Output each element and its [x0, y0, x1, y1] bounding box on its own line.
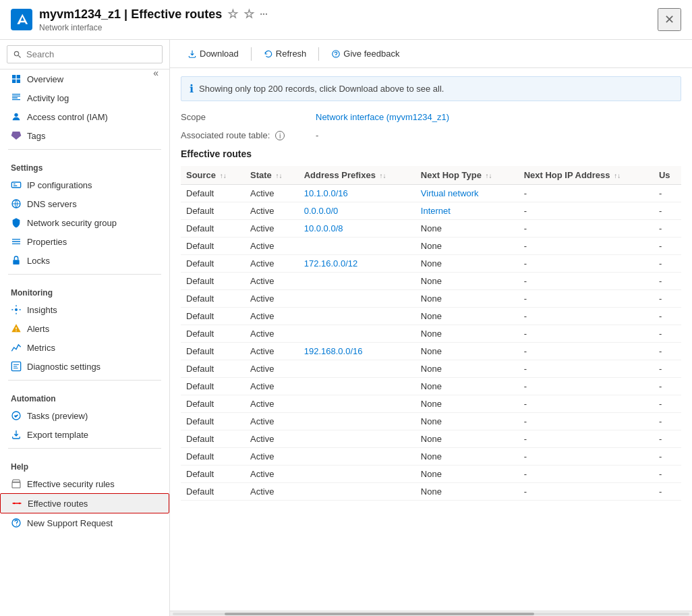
- sidebar-item-activity-log[interactable]: Activity log: [0, 88, 169, 107]
- cell-hop-type[interactable]: Internet: [415, 202, 519, 220]
- locks-icon: [11, 255, 22, 266]
- divider-automation: [8, 380, 161, 381]
- star-icon2[interactable]: ☆: [243, 7, 254, 22]
- sidebar-item-nsg[interactable]: Network security group: [0, 213, 169, 232]
- cell-state: Active: [245, 413, 299, 430]
- sidebar-item-eff-routes[interactable]: Effective routes: [0, 493, 169, 513]
- sidebar-item-access-control[interactable]: Access control (IAM): [0, 107, 169, 126]
- route-table-label-text: Associated route table:: [181, 130, 270, 140]
- col-hop-ip[interactable]: Next Hop IP Address ↑↓: [519, 166, 654, 185]
- col-us[interactable]: Us: [654, 166, 681, 185]
- sidebar-label-activity-log: Activity log: [27, 93, 69, 103]
- col-state[interactable]: State ↑↓: [245, 166, 299, 185]
- cell-address[interactable]: 0.0.0.0/0: [299, 202, 415, 220]
- sidebar-label-metrics: Metrics: [27, 343, 55, 353]
- table-row: Default Active None - -: [181, 466, 681, 483]
- scope-value[interactable]: Network interface (myvm1234_z1): [316, 112, 449, 122]
- cell-hop-type: None: [415, 237, 519, 255]
- table-row: Default Active 192.168.0.0/16 None - -: [181, 343, 681, 360]
- download-button[interactable]: Download: [181, 45, 246, 62]
- cell-address: [299, 308, 415, 325]
- svg-rect-1: [17, 75, 20, 78]
- eff-routes-icon: [11, 498, 22, 509]
- cell-hop-ip: -: [519, 273, 654, 290]
- cell-source: Default: [181, 378, 245, 395]
- scope-row: Scope Network interface (myvm1234_z1): [181, 112, 681, 122]
- star-icon1[interactable]: ☆: [227, 7, 238, 22]
- svg-rect-0: [12, 75, 16, 78]
- cell-address[interactable]: 172.16.0.0/12: [299, 255, 415, 273]
- sidebar-item-metrics[interactable]: Metrics: [0, 338, 169, 357]
- cell-source: Default: [181, 483, 245, 501]
- collapse-button[interactable]: «: [149, 63, 163, 82]
- cell-hop-type: None: [415, 220, 519, 237]
- sidebar-item-diag[interactable]: Diagnostic settings: [0, 357, 169, 376]
- table-row: Default Active None - -: [181, 430, 681, 448]
- sidebar-item-overview[interactable]: Overview: [0, 69, 149, 88]
- download-icon: [188, 49, 197, 59]
- diag-icon: [11, 361, 22, 372]
- cell-us: -: [654, 360, 681, 378]
- cell-state: Active: [245, 185, 299, 202]
- sidebar-label-dns: DNS servers: [27, 199, 77, 209]
- cell-address: [299, 413, 415, 430]
- effective-routes-title: Effective routes: [181, 148, 681, 159]
- search-input[interactable]: [7, 45, 163, 63]
- more-icon[interactable]: ···: [260, 9, 268, 20]
- cell-hop-type: None: [415, 378, 519, 395]
- table-row: Default Active 10.1.0.0/16 Virtual netwo…: [181, 185, 681, 202]
- cell-hop-ip: -: [519, 378, 654, 395]
- cell-hop-type[interactable]: Virtual network: [415, 185, 519, 202]
- content-panel: Download Refresh Give feedback ℹ Showing…: [170, 40, 692, 616]
- sidebar-item-tags[interactable]: Tags: [0, 126, 169, 145]
- sidebar-item-tasks[interactable]: Tasks (preview): [0, 406, 169, 425]
- cell-hop-ip: -: [519, 413, 654, 430]
- properties-icon: [11, 236, 22, 247]
- sidebar-item-export[interactable]: Export template: [0, 425, 169, 444]
- col-source[interactable]: Source ↑↓: [181, 166, 245, 185]
- routes-table: Source ↑↓ State ↑↓ Address Prefixes ↑↓ N…: [181, 166, 681, 501]
- cell-us: -: [654, 413, 681, 430]
- sidebar-item-locks[interactable]: Locks: [0, 251, 169, 270]
- table-row: Default Active None - -: [181, 360, 681, 378]
- cell-us: -: [654, 395, 681, 413]
- cell-source: Default: [181, 466, 245, 483]
- sidebar-item-eff-security[interactable]: Effective security rules: [0, 474, 169, 493]
- sidebar-item-support[interactable]: New Support Request: [0, 513, 169, 532]
- close-button[interactable]: ✕: [658, 8, 681, 31]
- sidebar-label-tags: Tags: [27, 131, 45, 141]
- col-address[interactable]: Address Prefixes ↑↓: [299, 166, 415, 185]
- info-circle-icon: i: [275, 131, 285, 140]
- header-subtitle: Network interface: [39, 23, 658, 32]
- cell-address[interactable]: 192.168.0.0/16: [299, 343, 415, 360]
- sidebar-item-alerts[interactable]: Alerts: [0, 319, 169, 338]
- cell-source: Default: [181, 220, 245, 237]
- sidebar-label-properties: Properties: [27, 237, 67, 247]
- sidebar-item-properties[interactable]: Properties: [0, 232, 169, 251]
- cell-address[interactable]: 10.0.0.0/8: [299, 220, 415, 237]
- cell-state: Active: [245, 255, 299, 273]
- sidebar-item-dns[interactable]: DNS servers: [0, 194, 169, 213]
- sidebar-item-insights[interactable]: Insights: [0, 300, 169, 319]
- cell-state: Active: [245, 430, 299, 448]
- feedback-button[interactable]: Give feedback: [324, 45, 406, 62]
- sort-icon-state: ↑↓: [275, 172, 282, 179]
- sidebar-item-ip-config[interactable]: IP configurations: [0, 175, 169, 194]
- content-area: ℹ Showing only top 200 records, click Do…: [170, 68, 692, 611]
- cell-state: Active: [245, 290, 299, 308]
- refresh-button[interactable]: Refresh: [257, 45, 314, 62]
- svg-point-8: [15, 308, 18, 311]
- col-hop-type[interactable]: Next Hop Type ↑↓: [415, 166, 519, 185]
- svg-point-13: [19, 503, 21, 505]
- scrollbar-track: [173, 613, 689, 615]
- cell-state: Active: [245, 220, 299, 237]
- export-icon: [11, 429, 22, 440]
- cell-address[interactable]: 10.1.0.0/16: [299, 185, 415, 202]
- nsg-icon: [11, 217, 22, 228]
- horizontal-scrollbar[interactable]: [170, 611, 692, 616]
- cell-us: -: [654, 308, 681, 325]
- table-row: Default Active None - -: [181, 413, 681, 430]
- cell-hop-type: None: [415, 325, 519, 343]
- cell-us: -: [654, 202, 681, 220]
- cell-hop-ip: -: [519, 343, 654, 360]
